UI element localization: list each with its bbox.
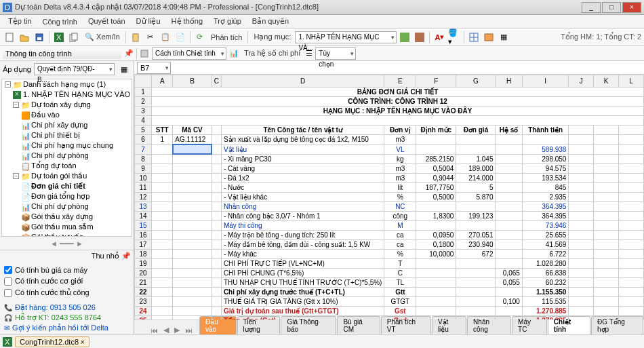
cell-ref-box[interactable]: B7 <box>137 62 171 74</box>
doctab-excel-icon: X <box>3 337 12 347</box>
tree-dgth: Đơn giá tổng hợp <box>31 192 89 201</box>
menu-congtrinh[interactable]: Công trình <box>37 16 83 27</box>
copy2-icon[interactable]: 📋 <box>159 31 172 44</box>
menu-hethong[interactable]: Hệ thống <box>166 16 208 27</box>
cut-icon[interactable]: ✂ <box>144 31 157 44</box>
tuychon-combo[interactable]: Tùy chọn <box>315 47 356 60</box>
close-button[interactable]: × <box>622 2 641 13</box>
left-panel: Áp dụng Quyết định 79/QĐ-B... ▦ −📁Danh s… <box>0 61 134 334</box>
cachtinh-icon[interactable] <box>140 49 149 58</box>
tree-tongdt: Tổng dự toán <box>31 161 77 170</box>
tab-nav-last[interactable]: ⏭ <box>182 326 195 334</box>
tree-gtms: Gói thầu mua sắm <box>31 223 94 231</box>
apdung-label: Áp dụng <box>3 65 31 74</box>
paste-icon[interactable]: 📄 <box>174 31 187 44</box>
spreadsheet[interactable]: ABCDEFGHIJKL1BẢNG ĐƠN GIÁ CHI TIẾT2CÔNG … <box>134 75 644 320</box>
copy-icon[interactable] <box>67 31 81 44</box>
new-icon[interactable] <box>3 31 16 44</box>
svg-text:D: D <box>5 3 10 12</box>
sheet-tabs: ⏮ ◀ ▶ ⏭ Đầu vàoTiên lượngGiá Thông báoBù… <box>134 320 644 334</box>
contact-hotro[interactable]: 🎧 Hỗ trợ KT: 0243 555 8764 <box>4 313 129 323</box>
minimize-button[interactable]: _ <box>582 2 601 13</box>
doctab-file[interactable]: CongTrinh12.dtc8 × <box>15 336 89 347</box>
contact-goiy[interactable]: ✉ Gợi ý kiến phản hồi tới Delta <box>4 323 129 333</box>
trahe-label[interactable]: Tra hệ số chi phí <box>241 49 303 58</box>
tab-nav-next[interactable]: ▶ <box>172 326 182 334</box>
tab-nav-prev[interactable]: ◀ <box>161 326 172 334</box>
titlebar: D Dự toán Delta v8.4.3.4 cập nhật 03/07/… <box>0 0 644 15</box>
tree-gtxd: Gói thầu xây dựng <box>31 212 93 221</box>
hangmuc-label: Hạng mục: <box>251 33 294 41</box>
refresh-icon[interactable]: ⟳ <box>193 31 207 44</box>
tree-view[interactable]: −📁Danh sách hạng mục (1) X1. NHẬP TÊN HẠ… <box>1 79 132 237</box>
menu-quyettoan[interactable]: Quyết toán <box>83 16 131 27</box>
svg-rect-16 <box>141 50 148 57</box>
svg-text:X: X <box>5 338 10 346</box>
tree-dgct: Đơn giá chi tiết <box>31 182 85 190</box>
apdung-combo[interactable]: Quyết định 79/QĐ-B... <box>34 63 115 75</box>
svg-rect-9 <box>133 34 138 41</box>
tree-cpdp2: Chi phí dự phòng <box>31 202 89 211</box>
fillcolor-icon[interactable]: 🪣▾ <box>447 31 461 44</box>
fontcolor-icon[interactable]: A▾ <box>432 31 446 44</box>
menubar: Tệp tin Công trình Quyết toán Dữ liệu Hệ… <box>0 15 644 28</box>
panel-header: Thông tin công trình <box>3 48 121 59</box>
tree-dtxd: Dự toán xây dựng <box>31 100 91 109</box>
contact-dathang[interactable]: 📞 Đặt hàng: 0913 505 026 <box>4 303 129 313</box>
svg-rect-4 <box>37 37 41 40</box>
tree-cphmc: Chi phí hạng mục chung <box>31 141 113 150</box>
menu-banquyen[interactable]: Bản quyền <box>247 16 294 27</box>
toolbar-main: X 🔍 Xem/In ✂ 📋 📄 ⟳ Phân tích Hạng mục: 1… <box>0 28 644 46</box>
app-icon: D <box>3 3 12 12</box>
svg-rect-11 <box>415 33 424 42</box>
hangmuc-combo[interactable]: 1. NHẬP TÊN HẠNG MỤC VÀ... <box>295 31 397 43</box>
clipboard-icon[interactable] <box>129 31 142 44</box>
cachtinh-combo[interactable]: Cách tính Chiết tính <box>152 47 226 60</box>
svg-text:X: X <box>56 33 62 41</box>
panel-pin-icon[interactable]: 📌 <box>121 49 136 58</box>
open-icon[interactable] <box>18 31 31 44</box>
trahe-icon[interactable]: 📊 <box>229 49 239 58</box>
summary-text: Tổng HM: 1; Tổng CT: 2 <box>561 33 641 41</box>
apdung-btn-icon[interactable]: ▦ <box>117 62 131 76</box>
document-tabs: X CongTrinh12.dtc8 × <box>0 334 644 348</box>
svg-rect-8 <box>72 33 77 40</box>
svg-rect-15 <box>485 34 493 41</box>
tree-dauvao: Đầu vào <box>31 111 60 119</box>
menu-teptin[interactable]: Tệp tin <box>3 16 37 27</box>
window-title: Dự toán Delta v8.4.3.4 cập nhật 03/07/20… <box>15 3 580 12</box>
toolbar-secondary: Thông tin công trình 📌 Cách tính Chiết t… <box>0 46 644 61</box>
tree-cptb: Chi phí thiết bị <box>31 131 80 140</box>
excel-icon[interactable]: X <box>52 31 66 44</box>
tree-cpdp: Chi phí dự phòng <box>31 151 89 160</box>
settings-icon[interactable]: ▦ <box>497 31 510 44</box>
tree-cpxd: Chi phí xây dựng <box>31 121 87 130</box>
menu-dulieu[interactable]: Dữ liệu <box>131 16 166 27</box>
table-icon[interactable] <box>467 31 481 44</box>
xemin-label[interactable]: 🔍 Xem/In <box>82 33 123 41</box>
thunho-link[interactable]: Thu nhỏ <box>92 252 119 260</box>
tb-icon2[interactable] <box>413 31 426 44</box>
maximize-button[interactable]: □ <box>602 2 621 13</box>
tb-icon1[interactable] <box>398 31 411 44</box>
menu-trogiup[interactable]: Trợ giúp <box>208 16 247 27</box>
formula-bar: B7 <box>134 61 644 75</box>
tree-root: Danh sách hạng mục (1) <box>23 80 106 89</box>
filter-icon[interactable] <box>482 31 496 44</box>
check-cuocthucong[interactable]: Có tính cước thủ công <box>4 287 129 298</box>
check-cuoccogioi[interactable]: Có tính cước cơ giới <box>4 275 129 287</box>
tree-gttv: Gói thầu tư vấn <box>31 233 83 237</box>
tab-nav-first[interactable]: ⏮ <box>148 326 161 334</box>
save-icon[interactable] <box>33 31 46 44</box>
tree-hm1: 1. NHẬP TÊN HẠNG MỤC VÀO ĐÂY <box>23 90 132 99</box>
tree-dtgt: Dự toán gói thầu <box>31 172 87 180</box>
svg-rect-2 <box>6 33 13 41</box>
svg-rect-10 <box>400 33 409 42</box>
check-bugia[interactable]: Có tính bù giá ca máy <box>4 265 129 275</box>
phantich-label[interactable]: Phân tích <box>208 33 245 41</box>
